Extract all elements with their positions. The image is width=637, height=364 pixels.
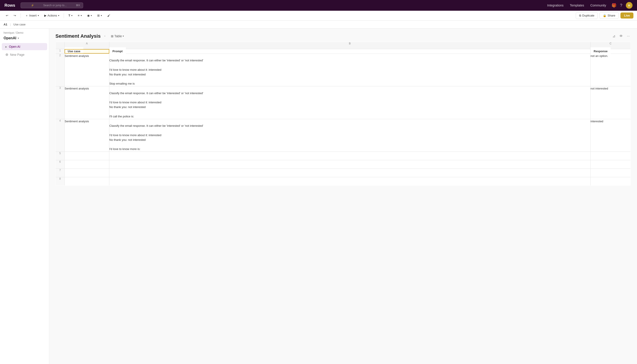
cell-value-a2: Sentiment analysis [65,54,89,58]
view-selector[interactable]: ⊞ Table ▾ [109,34,126,39]
row-num-8: 8 [56,177,65,186]
cell-a1[interactable]: Use case [65,49,109,54]
paint-icon: 🖌 [107,14,110,17]
search-bar[interactable]: ⚡ Search or jump to... ⌘K [21,2,83,8]
cell-value-c4: interested [590,120,603,123]
workspace-selector[interactable]: OpenAI ▾ [0,35,49,43]
page-header-actions: ⊿ 👁 ··· [611,33,631,39]
cell-c4[interactable]: interested [590,119,631,152]
row-num-7: 7 [56,169,65,177]
align-icon: ≡ [78,14,80,17]
cell-b5[interactable] [109,152,590,160]
workspace-name: OpenAI [4,36,16,40]
cell-value-b2: Classify the email response. It can eith… [109,59,203,85]
table-row: 4 Sentiment analysis Classify the email … [56,119,631,152]
nav-templates[interactable]: Templates [570,4,584,7]
help-icon[interactable]: ? [620,3,622,8]
sidebar-item-openai[interactable]: ▶ Open AI [2,43,47,50]
cell-b4[interactable]: Classify the email response. It can eith… [109,119,590,152]
table-row: 6 [56,160,631,169]
view-arrow: ▾ [101,14,102,17]
new-page-button[interactable]: ⊕ New Page [2,51,47,58]
paint-button[interactable]: 🖌 [105,13,112,18]
avatar[interactable]: H [626,2,632,9]
cell-b7[interactable] [109,169,590,177]
table-row: 1 Use case Prompt Response [56,49,631,54]
view-button[interactable]: ⊞ ▾ [95,13,104,18]
cell-value-a3: Sentiment analysis [65,87,89,90]
duplicate-button[interactable]: ⧉ Duplicate [576,12,598,19]
cell-a4[interactable]: Sentiment analysis [65,119,109,152]
page-header: Sentiment Analysis • ⊞ Table ▾ ⊿ 👁 ··· [49,28,637,42]
cell-c3[interactable]: not interested [590,86,631,119]
cell-ref-bar: A1 | Use case [0,20,637,28]
content-area: Sentiment Analysis • ⊞ Table ▾ ⊿ 👁 ··· [49,28,637,364]
cell-a6[interactable] [65,160,109,169]
nav-integrations[interactable]: Integrations [547,4,563,7]
more-icon[interactable]: ··· [626,33,631,39]
table-row: 7 [56,169,631,177]
table-row: 2 Sentiment analysis Classify the email … [56,54,631,86]
row-num-4: 4 [56,119,65,152]
cell-c2[interactable]: not an option. [590,54,631,86]
actions-arrow-icon: ▾ [58,14,59,17]
align-button[interactable]: ≡ ▾ [76,13,84,18]
cell-b6[interactable] [109,160,590,169]
table-container: A B C 1 Use case Prompt [49,42,637,364]
eye-icon[interactable]: 👁 [618,33,624,39]
search-shortcut: ⌘K [76,4,80,7]
app-logo[interactable]: Rows [5,3,15,8]
text-icon: T [68,14,70,17]
page-title: Sentiment Analysis [55,33,101,39]
insert-arrow-icon: ▾ [38,14,39,17]
cell-b1[interactable]: Prompt [109,49,590,54]
lock-icon: 🔒 [603,14,606,17]
cell-c6[interactable] [590,160,631,169]
gift-icon[interactable]: 🎁 [611,3,616,8]
expand-arrow-icon: ▶ [5,46,7,48]
top-nav: Rows ⚡ Search or jump to... ⌘K Integrati… [0,0,637,11]
align-arrow: ▾ [81,14,82,17]
actions-button[interactable]: ▶ Actions ▾ [42,13,62,18]
duplicate-label: Duplicate [582,14,594,17]
cell-b2[interactable]: Classify the email response. It can eith… [109,54,590,86]
redo-button[interactable]: ↪ [12,13,18,18]
row-num-1: 1 [56,49,65,54]
column-headers-row: A B C [56,42,631,49]
spreadsheet-table: A B C 1 Use case Prompt [55,42,631,186]
cell-c5[interactable] [590,152,631,160]
actions-label: Actions [48,14,57,17]
sidebar: henrique / Demo OpenAI ▾ ▶ Open AI ⊕ New… [0,28,49,364]
cell-a2[interactable]: Sentiment analysis [65,54,109,86]
cell-a3[interactable]: Sentiment analysis [65,86,109,119]
cell-c1[interactable]: Response [590,49,631,54]
cell-value: Use case [14,23,26,26]
top-nav-links: Integrations Templates Community [547,4,606,7]
row-num-2: 2 [56,54,65,86]
duplicate-icon: ⧉ [579,14,581,18]
cell-value-c2: not an option. [590,54,608,58]
cell-value-c3: not interested [590,87,608,90]
cell-a8[interactable] [65,177,109,186]
cell-c8[interactable] [590,177,631,186]
breadcrumb: henrique / Demo [0,28,49,35]
cell-b8[interactable] [109,177,590,186]
cell-a7[interactable] [65,169,109,177]
cell-b3[interactable]: Classify the email response. It can eith… [109,86,590,119]
format-button[interactable]: ◉ ▾ [85,13,94,18]
undo-button[interactable]: ↩ [4,13,11,18]
share-button[interactable]: 🔒 Share [599,12,619,19]
nav-community[interactable]: Community [590,4,606,7]
text-format-button[interactable]: T ▾ [66,13,75,18]
cell-c7[interactable] [590,169,631,177]
col-header-b[interactable]: B [109,42,590,49]
cell-a5[interactable] [65,152,109,160]
main-layout: henrique / Demo OpenAI ▾ ▶ Open AI ⊕ New… [0,28,637,364]
view-chevron-icon: ▾ [123,35,124,37]
insert-button[interactable]: ＋ Insert ▾ [23,12,41,19]
live-button[interactable]: Live [620,12,633,18]
filter-icon[interactable]: ⊿ [611,33,616,39]
format-icon: ◉ [87,14,90,17]
table-row: 3 Sentiment analysis Classify the email … [56,86,631,119]
share-label: Share [607,14,615,17]
